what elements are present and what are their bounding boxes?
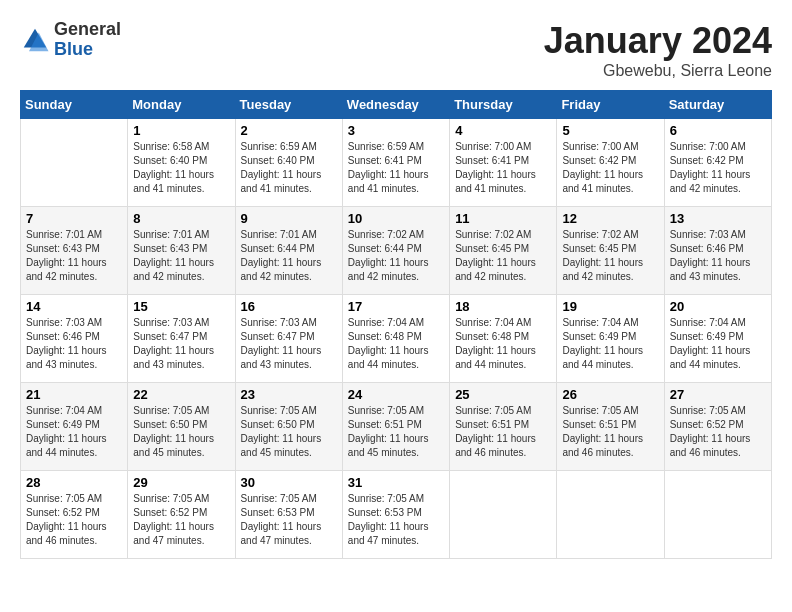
daylight: Daylight: 11 hours and 41 minutes. — [562, 169, 643, 194]
day-info: Sunrise: 7:03 AM Sunset: 6:46 PM Dayligh… — [26, 316, 122, 372]
daylight: Daylight: 11 hours and 42 minutes. — [455, 257, 536, 282]
calendar-cell: 19 Sunrise: 7:04 AM Sunset: 6:49 PM Dayl… — [557, 295, 664, 383]
sunrise: Sunrise: 6:59 AM — [241, 141, 317, 152]
calendar-cell: 11 Sunrise: 7:02 AM Sunset: 6:45 PM Dayl… — [450, 207, 557, 295]
day-number: 6 — [670, 123, 766, 138]
sunset: Sunset: 6:42 PM — [562, 155, 636, 166]
weekday-header-row: SundayMondayTuesdayWednesdayThursdayFrid… — [21, 91, 772, 119]
sunset: Sunset: 6:46 PM — [26, 331, 100, 342]
day-number: 3 — [348, 123, 444, 138]
day-number: 27 — [670, 387, 766, 402]
day-number: 9 — [241, 211, 337, 226]
day-info: Sunrise: 7:05 AM Sunset: 6:53 PM Dayligh… — [241, 492, 337, 548]
page-header: General Blue January 2024 Gbewebu, Sierr… — [20, 20, 772, 80]
daylight: Daylight: 11 hours and 42 minutes. — [348, 257, 429, 282]
sunrise: Sunrise: 7:05 AM — [133, 405, 209, 416]
day-info: Sunrise: 7:05 AM Sunset: 6:51 PM Dayligh… — [455, 404, 551, 460]
sunrise: Sunrise: 7:05 AM — [455, 405, 531, 416]
calendar-cell: 15 Sunrise: 7:03 AM Sunset: 6:47 PM Dayl… — [128, 295, 235, 383]
daylight: Daylight: 11 hours and 47 minutes. — [133, 521, 214, 546]
calendar-cell — [450, 471, 557, 559]
day-number: 21 — [26, 387, 122, 402]
day-number: 22 — [133, 387, 229, 402]
weekday-header: Sunday — [21, 91, 128, 119]
calendar-cell: 31 Sunrise: 7:05 AM Sunset: 6:53 PM Dayl… — [342, 471, 449, 559]
sunset: Sunset: 6:45 PM — [562, 243, 636, 254]
day-info: Sunrise: 7:05 AM Sunset: 6:52 PM Dayligh… — [133, 492, 229, 548]
daylight: Daylight: 11 hours and 46 minutes. — [455, 433, 536, 458]
day-number: 1 — [133, 123, 229, 138]
calendar-cell: 23 Sunrise: 7:05 AM Sunset: 6:50 PM Dayl… — [235, 383, 342, 471]
day-number: 29 — [133, 475, 229, 490]
day-number: 15 — [133, 299, 229, 314]
daylight: Daylight: 11 hours and 42 minutes. — [26, 257, 107, 282]
day-number: 20 — [670, 299, 766, 314]
sunrise: Sunrise: 7:05 AM — [348, 493, 424, 504]
sunrise: Sunrise: 7:05 AM — [241, 405, 317, 416]
calendar-cell — [664, 471, 771, 559]
sunset: Sunset: 6:41 PM — [455, 155, 529, 166]
day-info: Sunrise: 6:59 AM Sunset: 6:40 PM Dayligh… — [241, 140, 337, 196]
sunrise: Sunrise: 7:05 AM — [26, 493, 102, 504]
sunrise: Sunrise: 7:00 AM — [670, 141, 746, 152]
day-number: 11 — [455, 211, 551, 226]
day-info: Sunrise: 7:04 AM Sunset: 6:48 PM Dayligh… — [455, 316, 551, 372]
day-info: Sunrise: 7:05 AM Sunset: 6:50 PM Dayligh… — [133, 404, 229, 460]
sunrise: Sunrise: 7:00 AM — [562, 141, 638, 152]
calendar-cell: 8 Sunrise: 7:01 AM Sunset: 6:43 PM Dayli… — [128, 207, 235, 295]
daylight: Daylight: 11 hours and 43 minutes. — [670, 257, 751, 282]
daylight: Daylight: 11 hours and 42 minutes. — [670, 169, 751, 194]
sunrise: Sunrise: 7:01 AM — [26, 229, 102, 240]
sunrise: Sunrise: 6:58 AM — [133, 141, 209, 152]
day-number: 23 — [241, 387, 337, 402]
calendar-cell — [21, 119, 128, 207]
sunrise: Sunrise: 7:05 AM — [348, 405, 424, 416]
calendar-cell: 4 Sunrise: 7:00 AM Sunset: 6:41 PM Dayli… — [450, 119, 557, 207]
calendar-table: SundayMondayTuesdayWednesdayThursdayFrid… — [20, 90, 772, 559]
calendar-cell: 26 Sunrise: 7:05 AM Sunset: 6:51 PM Dayl… — [557, 383, 664, 471]
sunset: Sunset: 6:44 PM — [348, 243, 422, 254]
day-info: Sunrise: 7:02 AM Sunset: 6:45 PM Dayligh… — [562, 228, 658, 284]
daylight: Daylight: 11 hours and 45 minutes. — [133, 433, 214, 458]
sunset: Sunset: 6:43 PM — [133, 243, 207, 254]
sunset: Sunset: 6:52 PM — [133, 507, 207, 518]
day-info: Sunrise: 7:05 AM Sunset: 6:52 PM Dayligh… — [26, 492, 122, 548]
location: Gbewebu, Sierra Leone — [544, 62, 772, 80]
calendar-cell: 3 Sunrise: 6:59 AM Sunset: 6:41 PM Dayli… — [342, 119, 449, 207]
sunset: Sunset: 6:52 PM — [26, 507, 100, 518]
day-number: 24 — [348, 387, 444, 402]
day-info: Sunrise: 7:03 AM Sunset: 6:46 PM Dayligh… — [670, 228, 766, 284]
calendar-cell: 18 Sunrise: 7:04 AM Sunset: 6:48 PM Dayl… — [450, 295, 557, 383]
sunrise: Sunrise: 7:05 AM — [241, 493, 317, 504]
day-info: Sunrise: 7:04 AM Sunset: 6:49 PM Dayligh… — [670, 316, 766, 372]
calendar-cell: 1 Sunrise: 6:58 AM Sunset: 6:40 PM Dayli… — [128, 119, 235, 207]
weekday-header: Friday — [557, 91, 664, 119]
daylight: Daylight: 11 hours and 43 minutes. — [133, 345, 214, 370]
day-info: Sunrise: 7:01 AM Sunset: 6:43 PM Dayligh… — [133, 228, 229, 284]
calendar-week-row: 21 Sunrise: 7:04 AM Sunset: 6:49 PM Dayl… — [21, 383, 772, 471]
daylight: Daylight: 11 hours and 42 minutes. — [241, 257, 322, 282]
calendar-cell: 14 Sunrise: 7:03 AM Sunset: 6:46 PM Dayl… — [21, 295, 128, 383]
day-number: 18 — [455, 299, 551, 314]
day-number: 16 — [241, 299, 337, 314]
calendar-cell — [557, 471, 664, 559]
calendar-cell: 17 Sunrise: 7:04 AM Sunset: 6:48 PM Dayl… — [342, 295, 449, 383]
calendar-week-row: 28 Sunrise: 7:05 AM Sunset: 6:52 PM Dayl… — [21, 471, 772, 559]
sunrise: Sunrise: 7:03 AM — [241, 317, 317, 328]
day-info: Sunrise: 7:04 AM Sunset: 6:49 PM Dayligh… — [562, 316, 658, 372]
sunset: Sunset: 6:47 PM — [241, 331, 315, 342]
day-number: 2 — [241, 123, 337, 138]
day-info: Sunrise: 7:01 AM Sunset: 6:43 PM Dayligh… — [26, 228, 122, 284]
sunrise: Sunrise: 7:02 AM — [455, 229, 531, 240]
daylight: Daylight: 11 hours and 44 minutes. — [26, 433, 107, 458]
weekday-header: Thursday — [450, 91, 557, 119]
day-info: Sunrise: 7:05 AM Sunset: 6:53 PM Dayligh… — [348, 492, 444, 548]
sunrise: Sunrise: 7:03 AM — [670, 229, 746, 240]
calendar-cell: 21 Sunrise: 7:04 AM Sunset: 6:49 PM Dayl… — [21, 383, 128, 471]
day-number: 30 — [241, 475, 337, 490]
sunset: Sunset: 6:46 PM — [670, 243, 744, 254]
sunrise: Sunrise: 7:05 AM — [133, 493, 209, 504]
sunset: Sunset: 6:45 PM — [455, 243, 529, 254]
daylight: Daylight: 11 hours and 44 minutes. — [455, 345, 536, 370]
day-number: 17 — [348, 299, 444, 314]
